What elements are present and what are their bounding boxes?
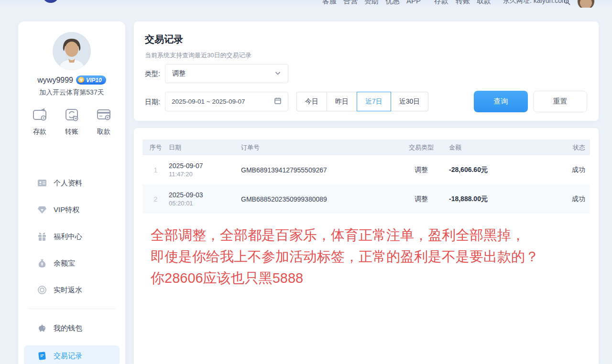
sidebar-item-yuebao[interactable]: 余额宝 [24,254,120,273]
sidebar-item-rebate[interactable]: 实时返水 [24,280,120,300]
money-bag-icon [37,258,47,268]
reset-button[interactable]: 重置 [533,91,587,112]
quick-date-last7days[interactable]: 近7日 [357,92,391,111]
table-row: 2 2025-09-03 05:20:01 GMB688520235099938… [142,184,590,214]
sidebar-item-label: 余额宝 [54,259,75,268]
row-index: 2 [142,195,169,203]
sidebar-item-welfare[interactable]: 福利中心 [24,227,120,246]
sidebar-menu-top: 个人资料 VIP特权 福利中心 余额宝 实时返水 [24,173,120,300]
site-logo[interactable] [42,0,85,4]
quick-date-last30days[interactable]: 近30日 [391,92,429,111]
sidebar-item-profile[interactable]: 个人资料 [24,173,120,193]
annotation-line: 全部调整，全部都是百家乐，体育正常注单，盈利全部黑掉， [151,225,539,246]
vip-badge: V VIP10 [76,75,106,85]
deposit-label: 存款 [33,128,46,136]
transfer-quick-action[interactable]: 转账 [64,107,80,136]
search-icon[interactable] [563,0,571,6]
row-status: 成功 [568,166,590,174]
row-datetime: 2025-09-07 11:47:20 [169,162,241,178]
piggy-bank-icon [37,323,47,333]
row-index: 1 [142,166,169,174]
annotation-line: 你28606应该也只黑5888 [151,268,539,289]
col-date: 日期 [169,143,241,152]
top-navigation-bar: 客服 合营 赞助 优惠 APP 存款 转账 取款 永久网址: kaiyun.co… [0,0,612,8]
sidebar-item-label: 个人资料 [54,179,82,188]
row-order-no: GMB6891394127955509267 [241,166,393,174]
transfer-label: 转账 [65,128,78,136]
row-datetime: 2025-09-03 05:20:01 [169,191,241,207]
nav-partnership[interactable]: 合营 [343,0,358,6]
red-annotation-text: 全部调整，全部都是百家乐，体育正常注单，盈利全部黑掉， 即使是你给我上不参加活动… [151,225,539,289]
sidebar-item-transaction-records[interactable]: 交易记录 [24,345,120,364]
col-index: 序号 [142,143,169,152]
sidebar-item-wallet[interactable]: 我的钱包 [24,318,120,339]
quick-date-yesterday[interactable]: 昨日 [327,92,357,111]
sidebar-item-label: 实时返水 [54,286,82,295]
profile-block: wywy9999 V VIP10 加入开云体育第537天 [18,21,125,97]
row-order-no: GMB6885202350999380089 [241,195,393,203]
nav-withdraw[interactable]: 取款 [477,0,491,6]
row-date: 2025-09-07 [169,162,241,170]
table-row: 1 2025-09-07 11:47:20 GMB689139412795550… [142,155,590,184]
quick-actions: 存款 转账 取款 [18,97,125,136]
withdraw-label: 取款 [97,128,110,136]
vip-level-label: VIP10 [86,77,102,84]
bank-card-icon [96,107,112,125]
nav-promotions[interactable]: 优惠 [385,0,400,6]
type-label: 类型: [145,70,160,78]
row-type: 调整 [393,166,449,174]
nav-customer-service[interactable]: 客服 [322,0,337,6]
rebate-coin-icon [37,285,47,295]
table-header-row: 序号 日期 订单号 交易类型 金额 状态 [142,139,590,155]
gift-icon [37,232,47,241]
filters-card: 交易记录 当前系统支持查询最近30日的交易记录 类型: 调整 日期: 2025-… [134,21,599,121]
nav-sponsorship[interactable]: 赞助 [364,0,379,6]
topbar-user-avatar[interactable] [577,0,595,8]
sidebar-item-label: 我的钱包 [54,324,82,333]
sidebar-item-label: VIP特权 [54,205,79,214]
profile-sidebar: wywy9999 V VIP10 加入开云体育第537天 存款 转账 取款 [18,21,125,364]
sidebar-item-label: 交易记录 [54,352,82,361]
annotation-line: 即使是你给我上不参加活动标签，正常的盈利是不是要出款的？ [151,246,539,268]
sidebar-divider [28,309,116,309]
row-date: 2025-09-03 [169,191,241,199]
type-select-value: 调整 [172,69,186,78]
transactions-table: 序号 日期 订单号 交易类型 金额 状态 1 2025-09-07 11:47:… [142,139,590,214]
username: wywy9999 [37,76,73,85]
calendar-icon [274,97,282,106]
nav-transfer[interactable]: 转账 [456,0,470,6]
col-amount: 金额 [449,143,568,152]
sidebar-item-vip[interactable]: VIP特权 [24,200,120,219]
transfer-icon [64,107,80,125]
col-status: 状态 [568,143,590,152]
row-status: 成功 [568,195,590,203]
sidebar-menu-bottom: 我的钱包 交易记录 投注记录 [24,318,120,364]
date-label: 日期: [145,98,160,107]
chevron-down-icon [274,70,281,78]
withdraw-quick-action[interactable]: 取款 [96,107,112,136]
row-amount: -18,888.00元 [449,195,568,203]
row-time: 11:47:20 [169,171,241,178]
type-select[interactable]: 调整 [165,64,288,83]
sidebar-item-label: 福利中心 [54,232,82,241]
query-button[interactable]: 查询 [474,91,528,112]
page-title: 交易记录 [145,33,183,46]
nav-deposit[interactable]: 存款 [434,0,448,6]
joined-days-text: 加入开云体育第537天 [18,88,125,97]
date-range-input[interactable]: 2025-09-01 ~ 2025-09-07 [165,92,288,111]
row-type: 调整 [393,195,449,203]
quick-date-group: 今日 昨日 近7日 近30日 [296,92,428,111]
user-avatar[interactable] [53,32,91,70]
nav-app[interactable]: APP [406,0,421,5]
record-doc-icon [37,351,47,361]
logo-ball-icon [42,0,59,3]
row-amount: -28,606.60元 [449,166,568,174]
quick-date-today[interactable]: 今日 [296,92,327,111]
col-order-no: 订单号 [241,143,393,152]
date-range-value: 2025-09-01 ~ 2025-09-07 [172,98,245,105]
wallet-icon [32,107,48,125]
page-subtitle: 当前系统支持查询最近30日的交易记录 [145,51,251,60]
deposit-quick-action[interactable]: 存款 [32,107,48,136]
id-card-icon [37,178,47,188]
gem-icon [37,205,47,214]
